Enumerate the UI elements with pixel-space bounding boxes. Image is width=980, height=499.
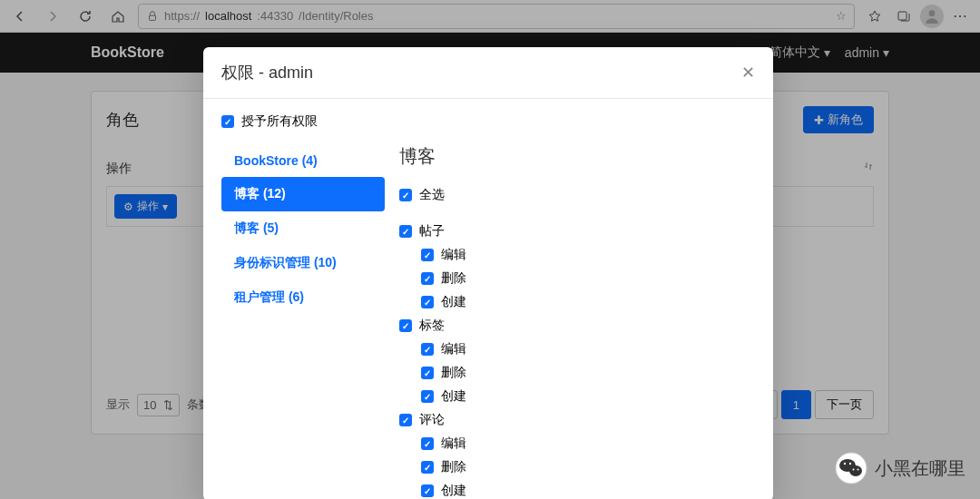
permission-group[interactable]: 标签 [399,314,740,338]
checkbox-icon [399,319,412,332]
checkbox-icon [421,249,434,261]
permission-item-label: 编辑 [441,247,466,263]
checkbox-icon [399,225,412,238]
permission-item-label: 创建 [441,483,466,499]
permission-item[interactable]: 编辑 [421,432,740,455]
checkbox-icon [421,484,434,497]
tab-tenant[interactable]: 租户管理 (6) [221,280,385,315]
permission-item-label: 创建 [441,294,466,310]
svg-point-6 [844,463,846,465]
permission-item-label: 创建 [441,388,466,405]
tab-blog-2[interactable]: 博客 (5) [221,211,385,246]
tab-blog[interactable]: 博客 (12) [221,177,385,211]
permission-item-label: 编辑 [441,341,466,357]
permission-group-label: 评论 [419,412,445,428]
permission-group-label: 帖子 [419,223,445,240]
permission-item-label: 删除 [441,459,466,475]
checkbox-icon [421,343,434,356]
permission-item[interactable]: 创建 [421,385,740,408]
select-all-label: 全选 [419,187,445,203]
select-all-checkbox[interactable]: 全选 [399,183,740,207]
svg-point-9 [858,469,859,471]
permission-item-label: 删除 [441,270,466,287]
svg-point-5 [849,465,862,476]
checkbox-icon [421,461,434,474]
permission-content: 博客 全选 帖子编辑删除创建标签编辑删除创建评论编辑删除创建 [385,144,755,499]
tab-bookstore[interactable]: BookStore (4) [221,144,385,177]
permission-heading: 博客 [399,144,740,169]
permission-item-label: 删除 [441,365,466,381]
checkbox-icon [221,115,234,128]
permission-item[interactable]: 删除 [421,361,740,385]
permission-item-label: 编辑 [441,435,466,452]
checkbox-icon [421,390,434,403]
svg-point-8 [853,469,855,471]
permission-tabs: BookStore (4) 博客 (12) 博客 (5) 身份标识管理 (10)… [221,144,385,499]
checkbox-icon [421,367,434,379]
close-button[interactable]: ✕ [741,63,755,83]
permission-group-label: 标签 [419,318,445,334]
checkbox-icon [421,272,434,285]
permission-group[interactable]: 帖子 [399,220,740,243]
permission-item[interactable]: 创建 [421,479,740,499]
tab-identity[interactable]: 身份标识管理 (10) [221,246,385,280]
checkbox-icon [399,189,412,201]
permissions-modal: 权限 - admin ✕ 授予所有权限 BookStore (4) 博客 (12… [203,47,773,499]
watermark: 小黑在哪里 [835,452,965,484]
svg-point-7 [849,463,851,465]
grant-all-checkbox[interactable]: 授予所有权限 [221,113,755,130]
checkbox-icon [421,296,434,308]
checkbox-icon [399,414,412,426]
checkbox-icon [421,437,434,450]
modal-title: 权限 - admin [221,62,313,83]
grant-all-label: 授予所有权限 [241,113,318,130]
permission-item[interactable]: 创建 [421,290,740,314]
watermark-text: 小黑在哪里 [875,456,965,481]
wechat-icon [835,452,867,484]
permission-item[interactable]: 编辑 [421,338,740,361]
permission-item[interactable]: 删除 [421,267,740,290]
permission-item[interactable]: 删除 [421,455,740,479]
permission-item[interactable]: 编辑 [421,243,740,267]
permission-group[interactable]: 评论 [399,408,740,432]
